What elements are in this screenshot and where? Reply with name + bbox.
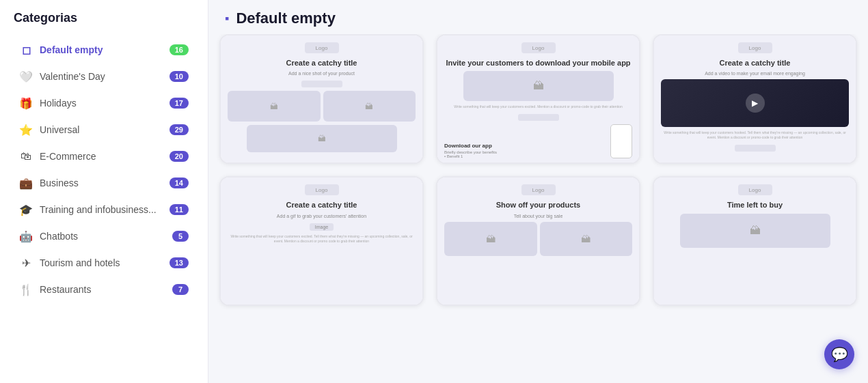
sidebar-item-holidays[interactable]: 🎁Holidays17 — [5, 90, 202, 116]
card-two-col: 🏔🏔 — [228, 91, 416, 122]
card-cta-bar — [301, 81, 342, 87]
sidebar-item-badge-ecommerce: 20 — [169, 151, 189, 162]
sidebar-item-icon-training: 🎓 — [19, 203, 33, 216]
card-inner-card-5: LogoShow off your productsTell about you… — [437, 178, 639, 304]
card-logo-card-2: Logo — [521, 42, 556, 53]
sidebar-item-icon-ecommerce: 🛍 — [19, 150, 33, 163]
download-text: Download our appBriefly describe your be… — [444, 143, 497, 158]
main-content: ▪ Default empty LogoCreate a catchy titl… — [208, 0, 868, 383]
card-title-card-1: Create a catchy title — [286, 58, 357, 68]
image-placeholder: 🏔 — [680, 214, 830, 248]
card-inner-card-2: LogoInvite your customers to download yo… — [437, 36, 639, 162]
card-title-card-6: Time left to buy — [727, 200, 783, 210]
play-button-icon: ▶ — [746, 94, 765, 113]
sidebar-item-badge-chatbots: 5 — [172, 231, 189, 242]
template-card-card-4[interactable]: LogoCreate a catchy titleAdd a gif to gr… — [219, 176, 424, 306]
sidebar-item-icon-business: 💼 — [19, 176, 33, 190]
sidebar-item-icon-valentines-day: 🤍 — [19, 70, 33, 83]
sidebar-item-badge-restaurants: 7 — [172, 284, 189, 295]
image-placeholder: 🏔 — [323, 91, 416, 122]
sidebar-item-chatbots[interactable]: 🤖Chatbots5 — [5, 223, 202, 249]
sidebar-item-ecommerce[interactable]: 🛍E-Commerce20 — [5, 143, 202, 169]
template-card-card-5[interactable]: LogoShow off your productsTell about you… — [436, 176, 640, 306]
card-inner-card-4: LogoCreate a catchy titleAdd a gif to gr… — [221, 178, 422, 304]
sidebar-item-label-tourism: Tourism and hotels — [40, 257, 163, 268]
card-text-block: Write something that will keep your cust… — [454, 104, 622, 109]
template-card-card-6[interactable]: LogoTime left to buy🏔 — [653, 176, 857, 306]
card-title-card-4: Create a catchy title — [286, 200, 357, 210]
card-title-card-2: Invite your customers to download your m… — [446, 58, 630, 68]
sidebar-item-default-empty[interactable]: ◻Default empty16 — [5, 37, 202, 63]
sidebar-item-training[interactable]: 🎓Training and infobusiness...11 — [5, 197, 202, 223]
sidebar-item-badge-tourism: 13 — [169, 257, 189, 268]
sidebar-scroll[interactable]: ◻Default empty16🤍Valentine's Day10🎁Holid… — [0, 33, 208, 383]
video-placeholder: ▶ — [661, 79, 849, 127]
sidebar-item-badge-universal: 29 — [169, 124, 189, 135]
sidebar-item-label-training: Training and infobusiness... — [40, 204, 163, 215]
template-card-card-3[interactable]: LogoCreate a catchy titleAdd a video to … — [653, 34, 857, 164]
sidebar-item-label-valentines-day: Valentine's Day — [40, 71, 163, 82]
sidebar-item-icon-restaurants: 🍴 — [19, 283, 33, 296]
sidebar-item-badge-default-empty: 16 — [169, 44, 189, 55]
sidebar-item-label-universal: Universal — [40, 124, 163, 135]
main-grid-scroll[interactable]: LogoCreate a catchy titleAdd a nice shot… — [208, 34, 868, 383]
card-phone-row: Download our appBriefly describe your be… — [444, 124, 632, 158]
image-placeholder: 🏔 — [540, 222, 633, 256]
card-logo-card-6: Logo — [738, 184, 772, 195]
main-header-title: Default empty — [236, 10, 335, 27]
sidebar-item-label-restaurants: Restaurants — [40, 284, 165, 295]
template-card-card-2[interactable]: LogoInvite your customers to download yo… — [436, 34, 640, 164]
sidebar-item-label-ecommerce: E-Commerce — [40, 151, 163, 162]
image-label: Image — [310, 223, 334, 231]
card-subtitle-card-3: Add a video to make your email more enga… — [705, 71, 805, 76]
card-logo-card-5: Logo — [521, 184, 556, 195]
image-placeholder: 🏔 — [247, 125, 397, 152]
sidebar-item-business[interactable]: 💼Business14 — [5, 170, 202, 196]
template-card-card-1[interactable]: LogoCreate a catchy titleAdd a nice shot… — [219, 34, 424, 164]
sidebar-item-label-business: Business — [40, 178, 163, 188]
sidebar-item-icon-holidays: 🎁 — [19, 96, 33, 110]
sidebar-item-badge-training: 11 — [169, 204, 189, 215]
image-placeholder: 🏔 — [444, 222, 537, 256]
sidebar-item-icon-universal: ⭐ — [19, 123, 33, 137]
card-subtitle-card-5: Tell about your big sale — [514, 214, 563, 218]
sidebar: Categorias ◻Default empty16🤍Valentine's … — [0, 0, 208, 383]
sidebar-item-valentines-day[interactable]: 🤍Valentine's Day10 — [5, 63, 202, 89]
sidebar-item-label-default-empty: Default empty — [40, 44, 163, 55]
card-logo-card-1: Logo — [305, 42, 339, 53]
card-title-card-5: Show off your products — [496, 200, 580, 210]
sidebar-header: Categorias — [0, 0, 208, 33]
card-inner-card-1: LogoCreate a catchy titleAdd a nice shot… — [221, 36, 422, 162]
card-inner-card-6: LogoTime left to buy🏔 — [654, 178, 856, 304]
sidebar-item-badge-holidays: 17 — [169, 98, 189, 109]
sidebar-item-label-chatbots: Chatbots — [40, 231, 165, 242]
sidebar-item-icon-tourism: ✈ — [19, 256, 33, 270]
chat-bubble[interactable]: 💬 — [824, 339, 854, 369]
sidebar-item-icon-chatbots: 🤖 — [19, 229, 33, 243]
sidebar-item-label-holidays: Holidays — [40, 98, 163, 109]
card-title-card-3: Create a catchy title — [720, 58, 791, 68]
card-inner-card-3: LogoCreate a catchy titleAdd a video to … — [654, 36, 856, 162]
image-placeholder: 🏔 — [228, 91, 321, 122]
card-text-block: Write something that will keep your cust… — [661, 130, 849, 140]
main-header: ▪ Default empty — [208, 0, 868, 34]
card-logo-card-4: Logo — [305, 184, 339, 195]
sidebar-item-badge-valentines-day: 10 — [169, 71, 189, 82]
main-header-icon: ▪ — [225, 12, 229, 26]
card-subtitle-card-4: Add a gif to grab your customers' attent… — [277, 214, 366, 218]
card-logo-card-3: Logo — [738, 42, 772, 53]
card-two-col: 🏔🏔 — [444, 222, 632, 256]
card-cta-bar — [518, 114, 559, 121]
card-subtitle-card-1: Add a nice shot of your product — [288, 71, 355, 76]
sidebar-item-universal[interactable]: ⭐Universal29 — [5, 117, 202, 143]
card-text-block: Write something that will keep your cust… — [228, 234, 416, 244]
sidebar-item-tourism[interactable]: ✈Tourism and hotels13 — [5, 250, 202, 276]
image-placeholder: 🏔 — [463, 71, 614, 101]
sidebar-item-restaurants[interactable]: 🍴Restaurants7 — [5, 276, 202, 302]
sidebar-item-icon-default-empty: ◻ — [19, 43, 33, 57]
card-cta-bar — [735, 145, 776, 152]
phone-shape — [610, 124, 632, 158]
cards-grid: LogoCreate a catchy titleAdd a nice shot… — [219, 34, 857, 306]
sidebar-item-badge-business: 14 — [169, 178, 189, 188]
